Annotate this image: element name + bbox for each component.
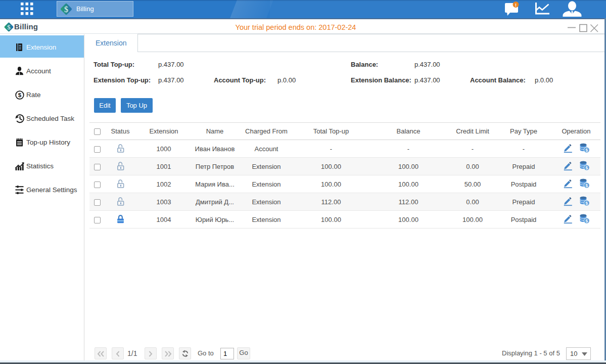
svg-text:$: $ — [18, 92, 22, 98]
svg-text:$: $ — [585, 201, 588, 206]
svg-text:$: $ — [64, 5, 68, 13]
svg-text:!: ! — [515, 3, 517, 8]
svg-text:$: $ — [585, 183, 588, 188]
svg-text:$: $ — [585, 218, 588, 223]
svg-text:$: $ — [585, 148, 588, 153]
svg-text:$: $ — [585, 165, 588, 170]
